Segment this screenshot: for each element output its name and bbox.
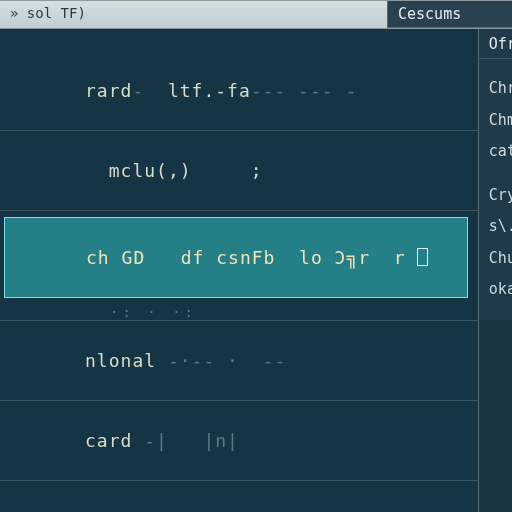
sidebar-item-3[interactable]: Crywcugita xyxy=(489,180,512,212)
token: rard xyxy=(85,80,132,101)
token: ch GD df csnFb lo Ɔ╗r r xyxy=(86,247,406,268)
sidebar-item-6[interactable]: okach xyxy=(489,274,512,306)
header-row: » sol TF) Cescums xyxy=(0,1,512,29)
code-line-5[interactable]: nilchclo- m ın Mn Trvt∿ xyxy=(0,481,478,512)
main-area: rard- ltf.-fa--- --- - mclu(,) ; ch GD d… xyxy=(0,29,512,512)
dash-tail: -·-- · -- xyxy=(156,350,286,371)
token: -| |n| xyxy=(144,430,239,451)
header-right-label: Cescums xyxy=(388,1,512,28)
code-line-2[interactable]: mclu(,) ; xyxy=(0,131,478,211)
cursor-icon xyxy=(417,248,428,266)
token: mclu(,) xyxy=(85,160,192,181)
token: card xyxy=(85,430,132,451)
code-line-1[interactable]: rard- ltf.-fa--- --- - xyxy=(0,51,478,131)
token: ; xyxy=(192,160,263,181)
inline-dots: ·: · ·: xyxy=(0,304,478,320)
selected-line[interactable]: ch GD df csnFb lo Ɔ╗r r xyxy=(4,217,468,298)
sidebar-item-2[interactable]: cats xyxy=(489,136,512,168)
sidebar-item-5[interactable]: Chunecle xyxy=(489,243,512,275)
code-editor[interactable]: rard- ltf.-fa--- --- - mclu(,) ; ch GD d… xyxy=(0,29,479,512)
sidebar-item-1[interactable]: Chmod xyxy=(489,105,512,137)
token: nlonal xyxy=(85,350,156,371)
right-column: Oframes Chromgead Chmod cats Crywcugita … xyxy=(479,29,512,512)
sidebar-item-0[interactable]: Chromgead xyxy=(489,73,512,105)
token: ltf.-fa xyxy=(168,80,251,101)
subheader-right: Oframes xyxy=(479,29,512,59)
header-left-label: » sol TF) xyxy=(0,1,388,28)
sidebar-item-4[interactable]: s\.the xyxy=(489,211,512,243)
code-line-3[interactable]: nlonal -·-- · -- xyxy=(0,320,478,401)
code-line-4[interactable]: card -| |n| xyxy=(0,401,478,481)
sidebar-panel: Chromgead Chmod cats Crywcugita s\.the C… xyxy=(479,59,512,320)
dash-tail: --- --- - xyxy=(251,80,358,101)
dash: - xyxy=(132,80,168,101)
